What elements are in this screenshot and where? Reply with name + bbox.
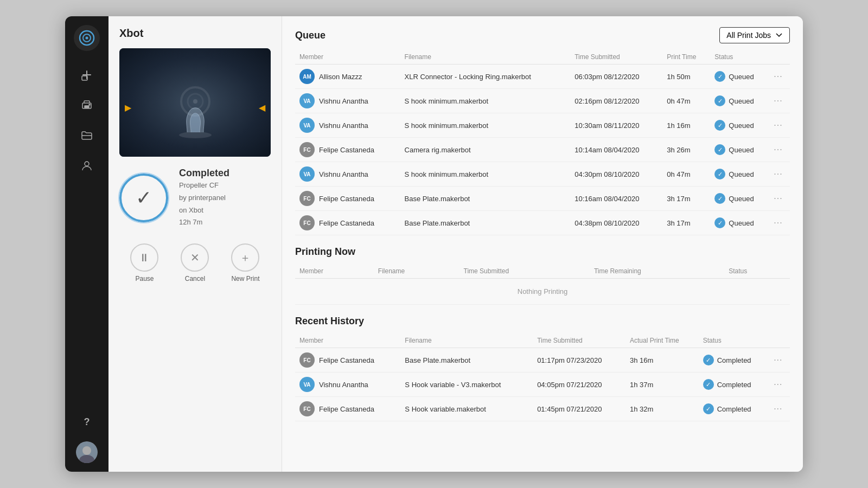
pause-label: Pause: [135, 275, 154, 282]
status-detail-on: on Xbot: [179, 205, 229, 216]
filter-label: All Print Jobs: [726, 31, 771, 40]
sidebar-item-user[interactable]: [74, 153, 100, 179]
camera-arrow-left[interactable]: ▶: [125, 102, 131, 113]
member-name: Felipe Castaneda: [319, 195, 374, 203]
member-avatar: VA: [299, 93, 315, 108]
svg-point-7: [85, 162, 89, 166]
table-row[interactable]: FCFelipe CastanedaCamera rig.makerbot10:…: [295, 138, 790, 162]
table-row[interactable]: FCFelipe CastanedaBase Plate.makerbot04:…: [295, 211, 790, 235]
time-submitted-cell: 04:05pm 07/21/2020: [533, 373, 626, 397]
chevron-down-icon: [775, 31, 783, 39]
status-check-icon: ✓: [714, 71, 725, 82]
sidebar-item-files[interactable]: [74, 123, 100, 149]
more-options-button[interactable]: ···: [770, 89, 790, 113]
sidebar-bottom: ?: [74, 409, 100, 463]
left-panel: Xbot: [108, 16, 282, 472]
member-name: Vishnu Anantha: [319, 381, 368, 389]
svg-point-9: [82, 446, 91, 455]
status-check-icon: ✓: [136, 187, 152, 209]
filename-cell: S hook minimum.makerbot: [400, 113, 571, 138]
new-print-label: New Print: [231, 275, 259, 282]
filename-cell: Base Plate.makerbot: [400, 187, 571, 211]
sidebar-item-printer[interactable]: [74, 92, 100, 118]
print-time-cell: 1h 50m: [662, 65, 710, 89]
status-label-text: Completed: [717, 405, 751, 413]
table-row[interactable]: VAVishnu AnanthaS hook minimum.makerbot1…: [295, 113, 790, 138]
actual-print-time-cell: 1h 37m: [626, 373, 699, 397]
status-label-text: Completed: [717, 381, 751, 389]
filename-cell: Base Plate.makerbot: [400, 211, 571, 235]
printing-now-table: Member Filename Time Submitted Time Rema…: [295, 264, 790, 305]
more-options-button[interactable]: ···: [770, 113, 790, 138]
status-badge: ✓Completed: [703, 355, 766, 365]
camera-arrow-right[interactable]: ◀: [259, 102, 265, 113]
printing-col-member: Member: [295, 264, 374, 279]
svg-point-6: [89, 104, 90, 105]
status-check-icon: ✓: [703, 403, 714, 414]
table-row[interactable]: AMAllison MazzzXLR Connector - Locking R…: [295, 65, 790, 89]
status-badge: ✓Completed: [703, 379, 766, 390]
filename-cell: S hook minimum.makerbot: [400, 89, 571, 113]
cancel-icon: ✕: [181, 243, 209, 272]
status-label-text: Queued: [729, 73, 754, 81]
sidebar-logo[interactable]: [74, 25, 100, 51]
filter-dropdown[interactable]: All Print Jobs: [719, 27, 790, 43]
table-row[interactable]: VAVishnu AnanthaS hook minimum.makerbot0…: [295, 162, 790, 187]
time-submitted-cell: 10:16am 08/04/2020: [570, 187, 662, 211]
more-options-button[interactable]: ···: [770, 65, 790, 89]
history-col-member: Member: [295, 333, 400, 348]
cancel-button[interactable]: ✕ Cancel: [181, 243, 209, 282]
nothing-printing-row: Nothing Printing: [295, 279, 790, 305]
more-options-button[interactable]: ···: [770, 162, 790, 187]
status-detail-time: 12h 7m: [179, 217, 229, 228]
printing-now-section: Printing Now Member Filename Time Submit…: [295, 246, 790, 305]
more-options-button[interactable]: ···: [770, 373, 790, 397]
table-row[interactable]: FCFelipe CastanedaBase Plate.makerbot01:…: [295, 348, 790, 373]
member-avatar: VA: [299, 377, 315, 392]
member-avatar: FC: [299, 352, 315, 368]
time-submitted-cell: 04:38pm 08/10/2020: [570, 211, 662, 235]
queue-col-print-time: Print Time: [662, 50, 710, 65]
status-label-text: Completed: [717, 356, 751, 364]
status-badge: ✓Queued: [714, 169, 766, 179]
more-options-button[interactable]: ···: [770, 397, 790, 421]
new-print-icon: ＋: [231, 243, 259, 272]
pause-button[interactable]: ⏸ Pause: [130, 243, 158, 282]
more-options-button[interactable]: ···: [770, 138, 790, 162]
table-row[interactable]: FCFelipe CastanedaS Hook variable.makerb…: [295, 397, 790, 421]
printing-now-title: Printing Now: [295, 246, 355, 258]
print-time-cell: 3h 17m: [662, 187, 710, 211]
new-print-button[interactable]: ＋ New Print: [231, 243, 259, 282]
cancel-label: Cancel: [185, 275, 205, 282]
filename-cell: S Hook variable - V3.makerbot: [400, 373, 533, 397]
printing-col-status: Status: [724, 264, 790, 279]
status-section: ✓ Completed Propeller CF by printerpanel…: [119, 168, 271, 228]
history-col-time-submitted: Time Submitted: [533, 333, 626, 348]
status-label-text: Queued: [729, 195, 754, 203]
queue-col-status: Status: [710, 50, 770, 65]
status-check-icon: ✓: [714, 169, 725, 179]
time-submitted-cell: 06:03pm 08/12/2020: [570, 65, 662, 89]
member-name: Felipe Castaneda: [319, 356, 374, 364]
sidebar-item-help[interactable]: ?: [74, 409, 100, 435]
more-options-button[interactable]: ···: [770, 187, 790, 211]
table-row[interactable]: FCFelipe CastanedaBase Plate.makerbot10:…: [295, 187, 790, 211]
sidebar-item-add[interactable]: [74, 62, 100, 88]
status-badge: ✓Queued: [714, 120, 766, 131]
table-row[interactable]: VAVishnu AnanthaS hook minimum.makerbot0…: [295, 89, 790, 113]
printing-now-header: Printing Now: [295, 246, 790, 258]
table-row[interactable]: VAVishnu AnanthaS Hook variable - V3.mak…: [295, 373, 790, 397]
member-avatar: FC: [299, 215, 315, 230]
nothing-printing-message: Nothing Printing: [295, 279, 790, 305]
member-avatar: VA: [299, 118, 315, 133]
status-label-text: Queued: [729, 97, 754, 105]
filename-cell: Camera rig.makerbot: [400, 138, 571, 162]
sidebar: ?: [65, 16, 108, 472]
user-avatar[interactable]: [76, 441, 98, 463]
more-options-button[interactable]: ···: [770, 211, 790, 235]
status-check-icon: ✓: [703, 355, 714, 365]
member-name: Vishnu Anantha: [319, 97, 368, 105]
recent-history-table: Member Filename Time Submitted Actual Pr…: [295, 333, 790, 421]
status-badge: ✓Queued: [714, 144, 766, 155]
more-options-button[interactable]: ···: [770, 348, 790, 373]
